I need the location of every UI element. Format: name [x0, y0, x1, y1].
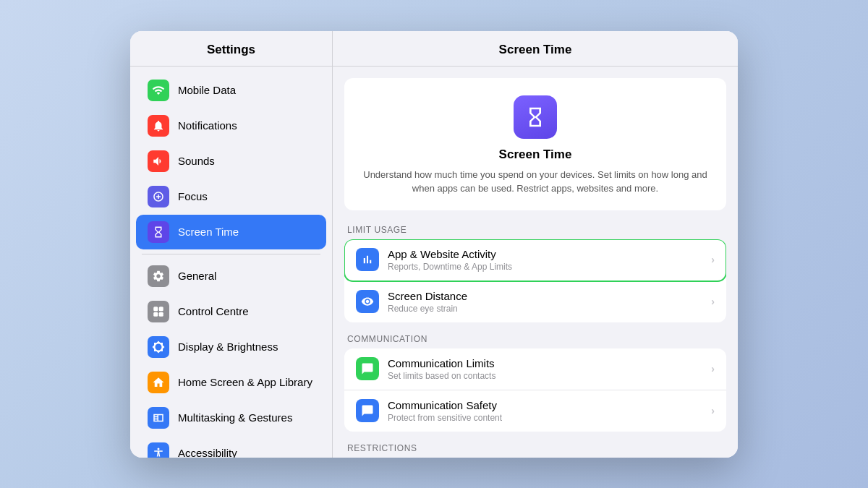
- communication-safety-icon: [356, 399, 379, 422]
- row-text-screen-distance: Screen Distance Reduce eye strain: [388, 290, 702, 314]
- sidebar-divider: [142, 254, 320, 254]
- svg-rect-0: [153, 307, 158, 311]
- screen-time-card: Screen Time Understand how much time you…: [344, 78, 726, 210]
- row-subtitle-app-website-activity: Reports, Downtime & App Limits: [388, 262, 702, 272]
- sidebar-item-accessibility[interactable]: Accessibility: [136, 436, 326, 458]
- sidebar-label-general: General: [178, 270, 216, 282]
- sidebar-item-focus[interactable]: Focus: [136, 179, 326, 214]
- row-title-app-website-activity: App & Website Activity: [388, 248, 702, 260]
- app-website-activity-icon: [356, 248, 379, 271]
- sounds-icon: [148, 150, 169, 172]
- communication-limits-icon: [356, 357, 379, 380]
- sidebar-label-home-screen: Home Screen & App Library: [178, 376, 312, 388]
- row-screen-distance[interactable]: Screen Distance Reduce eye strain ›: [344, 281, 726, 322]
- section-label: RESTRICTIONS: [344, 443, 726, 458]
- chevron-communication-safety: ›: [711, 405, 715, 416]
- section-group: Communication Limits Set limits based on…: [344, 348, 726, 432]
- mobile-data-icon: [148, 80, 169, 101]
- row-title-communication-safety: Communication Safety: [388, 399, 702, 411]
- section-label: COMMUNICATION: [344, 334, 726, 348]
- sidebar-item-home-screen[interactable]: Home Screen & App Library: [136, 365, 326, 400]
- accessibility-icon: [148, 442, 169, 458]
- left-panel: Settings Mobile Data Notifications Sound…: [130, 31, 333, 458]
- svg-rect-3: [159, 312, 163, 316]
- sidebar-item-control-centre[interactable]: Control Centre: [136, 294, 326, 329]
- notifications-icon: [148, 115, 169, 137]
- general-icon: [148, 265, 169, 287]
- row-text-communication-safety: Communication Safety Protect from sensit…: [388, 399, 702, 423]
- chevron-app-website-activity: ›: [711, 254, 715, 265]
- sidebar-item-display-brightness[interactable]: Display & Brightness: [136, 330, 326, 364]
- sidebar-label-sounds: Sounds: [178, 155, 215, 167]
- sidebar-label-control-centre: Control Centre: [178, 305, 249, 317]
- focus-icon: [148, 186, 169, 207]
- row-communication-limits[interactable]: Communication Limits Set limits based on…: [344, 348, 726, 390]
- screen-distance-icon: [356, 290, 379, 313]
- sidebar-item-notifications[interactable]: Notifications: [136, 108, 326, 143]
- row-subtitle-communication-safety: Protect from sensitive content: [388, 413, 702, 423]
- svg-rect-2: [153, 312, 158, 316]
- screen-time-icon: [148, 221, 169, 243]
- sidebar-label-display-brightness: Display & Brightness: [178, 341, 278, 353]
- multitasking-icon: [148, 407, 169, 429]
- section-label: LIMIT USAGE: [344, 225, 726, 239]
- left-list: Mobile Data Notifications Sounds Focus S…: [130, 67, 332, 458]
- row-subtitle-screen-distance: Reduce eye strain: [388, 304, 702, 314]
- screen-time-header: Screen Time: [333, 31, 738, 67]
- sidebar-item-mobile-data[interactable]: Mobile Data: [136, 73, 326, 108]
- home-screen-icon: [148, 372, 169, 393]
- sidebar-label-mobile-data: Mobile Data: [178, 84, 236, 96]
- right-panel: Screen Time Screen Time Understand how m…: [333, 31, 738, 458]
- sidebar-item-sounds[interactable]: Sounds: [136, 144, 326, 179]
- chevron-communication-limits: ›: [711, 363, 715, 374]
- row-title-communication-limits: Communication Limits: [388, 357, 702, 369]
- svg-point-4: [158, 448, 160, 450]
- sidebar-item-screen-time[interactable]: Screen Time: [136, 215, 326, 249]
- row-text-app-website-activity: App & Website Activity Reports, Downtime…: [388, 248, 702, 272]
- sidebar-label-accessibility: Accessibility: [178, 447, 237, 458]
- settings-title: Settings: [130, 31, 332, 67]
- sidebar-label-screen-time: Screen Time: [178, 226, 239, 238]
- svg-rect-1: [159, 307, 163, 311]
- row-text-communication-limits: Communication Limits Set limits based on…: [388, 357, 702, 381]
- screen-time-card-desc: Understand how much time you spend on yo…: [359, 168, 712, 196]
- sidebar-item-general[interactable]: General: [136, 259, 326, 294]
- row-communication-safety[interactable]: Communication Safety Protect from sensit…: [344, 390, 726, 432]
- row-subtitle-communication-limits: Set limits based on contacts: [388, 371, 702, 381]
- sidebar-label-notifications: Notifications: [178, 119, 237, 132]
- row-title-screen-distance: Screen Distance: [388, 290, 702, 302]
- screen-time-card-title: Screen Time: [359, 147, 712, 162]
- section-group: App & Website Activity Reports, Downtime…: [344, 239, 726, 322]
- settings-window: Settings Mobile Data Notifications Sound…: [130, 31, 738, 458]
- chevron-screen-distance: ›: [711, 296, 715, 307]
- sidebar-label-focus: Focus: [178, 190, 208, 202]
- row-app-website-activity[interactable]: App & Website Activity Reports, Downtime…: [344, 239, 726, 281]
- screen-time-app-icon: [514, 95, 557, 139]
- control-centre-icon: [148, 301, 169, 322]
- sidebar-label-multitasking: Multitasking & Gestures: [178, 411, 292, 424]
- right-content: Screen Time Understand how much time you…: [333, 67, 738, 458]
- sidebar-item-multitasking[interactable]: Multitasking & Gestures: [136, 401, 326, 435]
- display-brightness-icon: [148, 336, 169, 358]
